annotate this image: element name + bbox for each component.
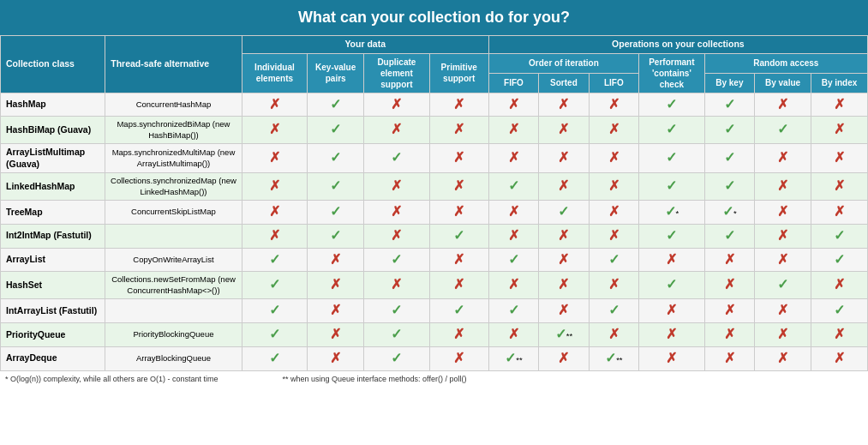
thread-safe-name: Maps.synchronizedBiMap (new HashBiMap()) xyxy=(105,117,242,144)
col-header-collection: Collection class xyxy=(1,36,105,93)
table-row: LinkedHashMapCollections.synchronizedMap… xyxy=(1,173,868,201)
collection-name: IntArrayList (Fastutil) xyxy=(1,299,105,323)
cell-by_key: ✓* xyxy=(704,201,754,225)
cell-by_value: ✗ xyxy=(755,201,811,225)
cell-lifo: ✗ xyxy=(589,93,638,117)
cell-individual: ✓ xyxy=(242,322,308,346)
cell-duplicate: ✗ xyxy=(364,224,430,248)
cell-fifo: ✗ xyxy=(488,272,538,299)
cell-by_value: ✗ xyxy=(755,173,811,201)
cell-fifo: ✗ xyxy=(488,117,538,144)
cell-duplicate: ✓ xyxy=(364,346,430,370)
cell-duplicate: ✓ xyxy=(364,299,430,323)
cell-by_index: ✗ xyxy=(811,272,868,299)
cell-by_index: ✗ xyxy=(811,201,868,225)
cell-lifo: ✗ xyxy=(589,322,638,346)
cell-performant: ✓ xyxy=(639,93,705,117)
cell-sorted: ✗ xyxy=(539,346,589,370)
cell-by_value: ✗ xyxy=(755,322,811,346)
cell-by_key: ✓ xyxy=(704,173,754,201)
cell-duplicate: ✓ xyxy=(364,322,430,346)
by-value-header: By value xyxy=(755,73,811,93)
cell-sorted: ✗ xyxy=(539,144,589,173)
cell-primitive: ✗ xyxy=(429,248,488,272)
table-row: PriorityQueuePriorityBlockingQueue✓✗✓✗✗✓… xyxy=(1,322,868,346)
cell-performant: ✗ xyxy=(639,322,705,346)
thread-safe-name: ConcurrentHashMap xyxy=(105,93,242,117)
cell-lifo: ✓ xyxy=(589,248,638,272)
thread-safe-name: CopyOnWriteArrayList xyxy=(105,248,242,272)
cell-lifo: ✗ xyxy=(589,117,638,144)
collection-name: HashBiMap (Guava) xyxy=(1,117,105,144)
cell-by_index: ✗ xyxy=(811,117,868,144)
table-row: Int2IntMap (Fastutil)✗✓✗✓✗✗✗✓✓✗✓ xyxy=(1,224,868,248)
main-title: What can your collection do for you? xyxy=(0,0,868,35)
cell-primitive: ✗ xyxy=(429,322,488,346)
cell-primitive: ✓ xyxy=(429,224,488,248)
cell-lifo: ✗ xyxy=(589,201,638,225)
cell-by_value: ✗ xyxy=(755,248,811,272)
thread-safe-name: ConcurrentSkipListMap xyxy=(105,201,242,225)
cell-by_key: ✓ xyxy=(704,144,754,173)
cell-sorted: ✗ xyxy=(539,299,589,323)
cell-by_value: ✗ xyxy=(755,299,811,323)
cell-by_key: ✓ xyxy=(704,224,754,248)
thread-safe-name xyxy=(105,224,242,248)
cell-kv_pairs: ✓ xyxy=(308,224,364,248)
your-data-header: Your data xyxy=(242,36,488,54)
cell-by_index: ✓ xyxy=(811,248,868,272)
cell-kv_pairs: ✓ xyxy=(308,144,364,173)
footer-note2: ** when using Queue interface methods: o… xyxy=(282,375,466,383)
cell-duplicate: ✗ xyxy=(364,117,430,144)
cell-kv_pairs: ✗ xyxy=(308,322,364,346)
collection-name: ArrayListMultimap (Guava) xyxy=(1,144,105,173)
cell-fifo: ✓ xyxy=(488,299,538,323)
cell-by_value: ✗ xyxy=(755,224,811,248)
cell-primitive: ✗ xyxy=(429,346,488,370)
table-row: HashBiMap (Guava)Maps.synchronizedBiMap … xyxy=(1,117,868,144)
cell-lifo: ✗ xyxy=(589,144,638,173)
table-row: ArrayListCopyOnWriteArrayList✓✗✓✗✓✗✓✗✗✗✓ xyxy=(1,248,868,272)
cell-sorted: ✗ xyxy=(539,272,589,299)
collection-name: PriorityQueue xyxy=(1,322,105,346)
footer-area: * O(log(n)) complexity, while all others… xyxy=(0,371,868,387)
cell-duplicate: ✓ xyxy=(364,144,430,173)
collection-name: ArrayList xyxy=(1,248,105,272)
cell-individual: ✗ xyxy=(242,93,308,117)
cell-kv_pairs: ✓ xyxy=(308,93,364,117)
cell-sorted: ✗ xyxy=(539,173,589,201)
cell-sorted: ✗ xyxy=(539,248,589,272)
cell-by_value: ✗ xyxy=(755,144,811,173)
table-row: TreeMapConcurrentSkipListMap✗✓✗✗✗✓✗✓*✓*✗… xyxy=(1,201,868,225)
cell-lifo: ✓ xyxy=(589,299,638,323)
cell-kv_pairs: ✓ xyxy=(308,117,364,144)
cell-by_index: ✗ xyxy=(811,173,868,201)
cell-lifo: ✓** xyxy=(589,346,638,370)
performant-header: Performant 'contains' check xyxy=(639,53,705,93)
cell-lifo: ✗ xyxy=(589,173,638,201)
cell-primitive: ✗ xyxy=(429,144,488,173)
cell-by_value: ✗ xyxy=(755,346,811,370)
cell-fifo: ✗ xyxy=(488,224,538,248)
cell-primitive: ✗ xyxy=(429,201,488,225)
cell-kv_pairs: ✗ xyxy=(308,299,364,323)
fifo-header: FIFO xyxy=(488,73,538,93)
cell-by_key: ✓ xyxy=(704,117,754,144)
cell-primitive: ✗ xyxy=(429,173,488,201)
cell-fifo: ✗ xyxy=(488,201,538,225)
kv-pairs-header: Key-value pairs xyxy=(308,53,364,93)
cell-duplicate: ✗ xyxy=(364,173,430,201)
cell-performant: ✗ xyxy=(639,299,705,323)
primitive-header: Primitive support xyxy=(429,53,488,93)
cell-by_key: ✗ xyxy=(704,272,754,299)
cell-lifo: ✗ xyxy=(589,224,638,248)
duplicate-header: Duplicate element support xyxy=(364,53,430,93)
individual-header: Individual elements xyxy=(242,53,308,93)
cell-performant: ✓* xyxy=(639,201,705,225)
lifo-header: LIFO xyxy=(589,73,638,93)
by-index-header: By index xyxy=(811,73,868,93)
thread-safe-name: ArrayBlockingQueue xyxy=(105,346,242,370)
cell-by_key: ✗ xyxy=(704,322,754,346)
cell-sorted: ✗ xyxy=(539,224,589,248)
thread-safe-name: Collections.newSetFromMap (new Concurren… xyxy=(105,272,242,299)
